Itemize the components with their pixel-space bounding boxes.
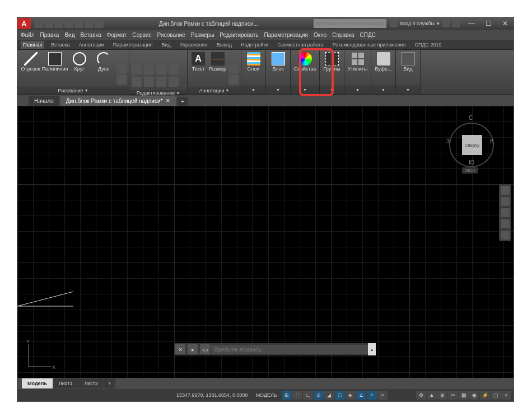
polar-toggle[interactable]: ⊙	[314, 391, 324, 400]
fillet-button[interactable]	[156, 64, 166, 74]
cmd-recent-icon[interactable]: ▸	[188, 344, 198, 354]
login-area[interactable]: Вход в службы ▾	[390, 20, 460, 27]
ortho-toggle[interactable]: ∟	[303, 391, 313, 400]
polyline-button[interactable]: Полилиния	[43, 51, 67, 73]
isolate-toggle[interactable]: ◉	[469, 391, 479, 400]
help-icon[interactable]	[452, 20, 460, 27]
arc-button[interactable]: Дуга	[91, 51, 115, 73]
qat-new-icon[interactable]	[34, 19, 43, 28]
close-button[interactable]: ✕	[497, 18, 514, 29]
panel-util-expand[interactable]: ▼	[344, 85, 371, 94]
menu-edit[interactable]: Правка	[40, 32, 59, 38]
dyninput-toggle[interactable]: +	[367, 391, 377, 400]
panel-draw-title[interactable]: Рисование▼	[17, 87, 129, 94]
properties-button[interactable]: Свойства	[292, 51, 318, 73]
tab-parametric[interactable]: Параметризация	[111, 41, 155, 49]
cmd-expand-button[interactable]: ▴	[368, 343, 376, 355]
customize-status[interactable]: ≡	[501, 391, 511, 400]
explode-button[interactable]	[169, 64, 179, 74]
tab-view[interactable]: Вид	[159, 41, 172, 49]
tab-featured[interactable]: Рекомендованные приложения	[330, 41, 408, 49]
qat-save-icon[interactable]	[54, 19, 63, 28]
utilities-button[interactable]: Утилиты	[346, 51, 370, 73]
maximize-button[interactable]: ☐	[480, 18, 497, 29]
menu-window[interactable]: Окно	[314, 32, 326, 38]
coordinates-readout[interactable]: 15347.9670, 1381.6654, 0.0000	[176, 392, 248, 398]
hatch-button[interactable]	[228, 74, 239, 85]
new-doc-tab[interactable]: +	[177, 97, 188, 106]
panel-block-expand[interactable]: ▼	[266, 85, 290, 94]
annoscale-toggle[interactable]: ▲	[427, 391, 437, 400]
scale-button[interactable]	[144, 77, 154, 87]
workspace-switch[interactable]: ⚙	[416, 391, 426, 400]
stretch-button[interactable]	[132, 77, 142, 87]
tab-manage[interactable]: Управление	[178, 41, 210, 49]
draw-small-2[interactable]	[116, 63, 127, 73]
menu-modify[interactable]: Редактировать	[220, 32, 258, 38]
tab-collab[interactable]: Совместная работа	[275, 41, 325, 49]
doc-tab-start[interactable]: Начало	[29, 96, 59, 106]
draw-small-1[interactable]	[116, 52, 127, 62]
menu-spds[interactable]: СПДС	[360, 32, 376, 38]
array-button[interactable]	[156, 77, 166, 87]
tab-layout1[interactable]: Лист1	[53, 378, 78, 388]
qat-undo-icon[interactable]	[85, 19, 94, 28]
text-button[interactable]: AТекст	[189, 51, 208, 73]
menu-parametric[interactable]: Параметризация	[264, 32, 308, 38]
cmd-customize-icon[interactable]: ✕	[175, 344, 185, 354]
viewcube[interactable]: Сверху С Ю В З МСК	[446, 111, 497, 173]
layers-button[interactable]: Слои	[242, 51, 264, 73]
menu-format[interactable]: Формат	[107, 32, 127, 38]
menu-view[interactable]: Вид	[64, 32, 74, 38]
cart-icon[interactable]	[442, 20, 450, 27]
menu-tools[interactable]: Сервис	[132, 32, 151, 38]
tab-home[interactable]: Главная	[21, 41, 44, 49]
draw-small-3[interactable]	[116, 74, 127, 85]
copy-button[interactable]	[132, 64, 142, 74]
doc-tab-active[interactable]: Дин.блок Рамки с таблицей надписи*✕	[60, 96, 176, 106]
table-button[interactable]	[228, 52, 239, 62]
rotate-button[interactable]	[144, 52, 154, 62]
isodraft-toggle[interactable]: ◢	[324, 391, 334, 400]
command-input[interactable]	[211, 345, 368, 354]
tab-annotate[interactable]: Аннотации	[77, 41, 106, 49]
menu-dimension[interactable]: Размеры	[191, 32, 214, 38]
hardware-accel-toggle[interactable]: ⚡	[480, 391, 490, 400]
orbit-icon[interactable]	[501, 219, 510, 228]
tab-spds[interactable]: СПДС 2019	[413, 41, 444, 49]
app-logo[interactable]: A	[17, 18, 31, 29]
space-label[interactable]: МОДЕЛЬ	[256, 392, 277, 398]
panel-annot-title[interactable]: Аннотации▼	[188, 87, 241, 94]
groups-button[interactable]: Группы	[321, 51, 343, 73]
qat-plot-icon[interactable]	[74, 19, 83, 28]
drawing-canvas[interactable]: X Y Сверху С Ю В З МСК ✕ ▸ ▭ ▴	[17, 106, 514, 378]
tab-model[interactable]: Модель	[22, 378, 53, 388]
panel-clip-expand[interactable]: ▼	[371, 85, 395, 94]
minimize-button[interactable]: —	[463, 18, 480, 29]
clipboard-button[interactable]: Буфе...	[372, 51, 394, 73]
3dosnap-toggle[interactable]: ◈	[346, 391, 356, 400]
snap-toggle[interactable]: ∷	[292, 391, 302, 400]
viewcube-wcs[interactable]: МСК	[462, 167, 478, 174]
tab-insert[interactable]: Вставка	[49, 41, 72, 49]
menu-draw[interactable]: Рисование	[157, 32, 185, 38]
qat-redo-icon[interactable]	[95, 19, 104, 28]
showmotion-icon[interactable]	[501, 231, 510, 240]
pan-icon[interactable]	[501, 197, 510, 206]
full-nav-wheel-icon[interactable]	[501, 186, 510, 195]
trim-button[interactable]	[156, 52, 166, 62]
qat-saveas-icon[interactable]	[64, 19, 73, 28]
offset-button[interactable]	[169, 77, 179, 87]
cleanscreen-toggle[interactable]: ▢	[491, 391, 501, 400]
line-button[interactable]: Отрезок	[18, 51, 43, 73]
tab-addins[interactable]: Надстройки	[239, 41, 270, 49]
tab-output[interactable]: Вывод	[214, 41, 234, 49]
menu-insert[interactable]: Вставка	[80, 32, 101, 38]
panel-properties-expand[interactable]: ▼	[291, 85, 319, 94]
tab-layout2[interactable]: Лист2	[78, 378, 104, 388]
panel-layers-expand[interactable]: ▼	[241, 85, 265, 94]
add-layout-button[interactable]: +	[104, 378, 115, 388]
annovisibility-toggle[interactable]: ⊕	[437, 391, 447, 400]
otrack-toggle[interactable]: ∠	[356, 391, 366, 400]
osnap-toggle[interactable]: □	[335, 391, 345, 400]
